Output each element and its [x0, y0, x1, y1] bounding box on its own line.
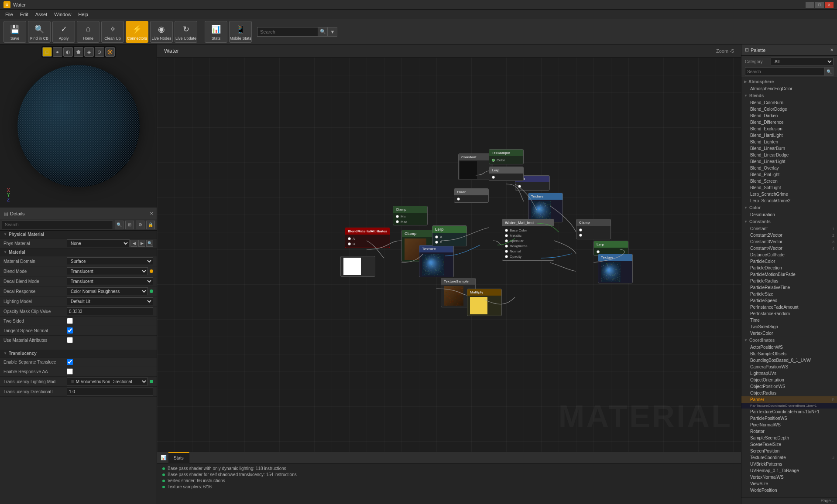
mat-node-texture2[interactable]: Texture [419, 245, 454, 277]
tree-item-samplescenedepth[interactable]: SampleSceneDepth [741, 435, 837, 441]
mat-node-upper1[interactable]: Constant [458, 153, 493, 180]
live-update-button[interactable]: ↻ Live Update [175, 21, 197, 43]
section-material[interactable]: ▼ Material [0, 249, 157, 256]
save-button[interactable]: 💾 Save [3, 21, 26, 43]
mat-node-blend[interactable]: BlendMaterialAttributes A B [345, 228, 390, 248]
preview-btn-cylinder[interactable]: ◈ [84, 47, 94, 57]
menu-edit[interactable]: Edit [17, 10, 32, 19]
tree-item-lightmapuvs[interactable]: LightmapUVs [741, 370, 837, 377]
tree-item-particlerelativetime[interactable]: ParticleRelativeTime [741, 284, 837, 291]
tree-item-objectpositionws[interactable]: ObjectPositionWS [741, 383, 837, 390]
stats-button[interactable]: 📊 Stats [205, 21, 227, 43]
section-translucency[interactable]: ▼ Translucency [0, 350, 157, 358]
tree-item-perinstancefade[interactable]: PerInstanceFadeAmount [741, 304, 837, 310]
tree-item-blend-lighten[interactable]: Blend_Lighten [741, 139, 837, 145]
use-material-attributes-checkbox[interactable] [67, 337, 73, 343]
tree-item-time[interactable]: Time [741, 317, 837, 324]
lighting-model-select[interactable]: Default Lit [67, 297, 153, 305]
tree-item-lerp-scratchgrime[interactable]: Lerp_ScratchGrime [741, 191, 837, 198]
close-button[interactable]: ✕ [825, 2, 834, 8]
tree-category-atmosphere[interactable]: ▶ Atmosphere [741, 78, 837, 85]
tree-item-viewsize[interactable]: ViewSize [741, 480, 837, 487]
mat-node-white[interactable] [340, 256, 375, 277]
tree-category-color[interactable]: ▼ Color [741, 204, 837, 211]
tree-item-blend-overlay[interactable]: Blend_Overlay [741, 165, 837, 171]
mat-node-misc2[interactable]: Clamp Min Max [393, 206, 428, 225]
tree-item-twosidedsign[interactable]: TwoSidedSign [741, 324, 837, 330]
menu-window[interactable]: Window [51, 10, 75, 19]
tree-item-particlecolor[interactable]: ParticleColor [741, 258, 837, 265]
menu-asset[interactable]: Asset [32, 10, 51, 19]
tree-item-pixelnormalws[interactable]: PixelNormalWS [741, 422, 837, 428]
enable-responsive-aa-checkbox[interactable] [67, 368, 73, 375]
connectors-button[interactable]: ⚡ Connectors [126, 21, 148, 43]
mat-node-right2[interactable]: Texture [528, 193, 563, 222]
tree-item-uvremap[interactable]: UVRemap_0-1_ToRange [741, 467, 837, 474]
decal-blend-mode-select[interactable]: Translucent [67, 277, 153, 285]
mat-node-misc3[interactable]: Lerp [489, 167, 524, 181]
tree-category-coordinates[interactable]: ▼ Coordinates [741, 337, 837, 344]
search-dropdown-button[interactable]: ▼ [328, 27, 337, 37]
tree-item-screenposition[interactable]: ScreenPosition [741, 448, 837, 454]
two-sided-checkbox[interactable] [67, 318, 73, 324]
canvas-viewport[interactable]: MATERIAL BlendMaterialAttributes A B Cla… [157, 58, 741, 452]
tree-item-blursampleoffsets[interactable]: BlurSampleOffsets [741, 351, 837, 357]
tree-item-blend-softlight[interactable]: Blend_SoftLight [741, 184, 837, 191]
maximize-button[interactable]: □ [815, 2, 824, 8]
palette-search-button[interactable]: 🔍 [825, 67, 834, 76]
tree-item-panner[interactable]: Panner P [741, 396, 837, 403]
tree-item-actorpositionws[interactable]: ActorPositionWS [741, 344, 837, 351]
preview-btn-plane[interactable]: □ [42, 47, 52, 57]
phys-material-next-button[interactable]: ▶ [138, 240, 145, 247]
tree-item-particlemotionblur[interactable]: ParticleMotionBlurFade [741, 271, 837, 278]
tree-item-blend-colordodge[interactable]: Blend_ColorDodge [741, 106, 837, 112]
tree-item-texturecoordinate[interactable]: TextureCoordinate U [741, 454, 837, 461]
translucency-lighting-model-select[interactable]: TLM Volumetric Non Directional [67, 378, 148, 385]
menu-file[interactable]: File [2, 10, 17, 19]
tree-item-blend-hardlight[interactable]: Blend_HardLight [741, 132, 837, 139]
live-nodes-button[interactable]: ◉ Live Nodes [150, 21, 173, 43]
tree-item-particledirection[interactable]: ParticleDirection [741, 265, 837, 271]
tree-item-particlepositionws[interactable]: ParticlePositionWS [741, 415, 837, 422]
tree-item-cameraposws[interactable]: CameraPositionWS [741, 364, 837, 370]
phys-material-prev-button[interactable]: ◀ [130, 240, 137, 247]
tree-item-particlesize[interactable]: ParticleSize [741, 291, 837, 297]
tree-category-blends[interactable]: ▼ Blends [741, 92, 837, 99]
mobile-stats-button[interactable]: 📱 Mobile Stats [229, 21, 252, 43]
enable-separate-translucency-checkbox[interactable] [67, 359, 73, 365]
mat-node-lerp[interactable]: Lerp A B [432, 225, 467, 246]
tree-item-blend-exclusion[interactable]: Blend_Exclusion [741, 126, 837, 132]
tree-item-constant2[interactable]: Constant2Vector 2 [741, 232, 837, 238]
tree-item-distancecullfade[interactable]: DistanceCullFade [741, 252, 837, 258]
section-physical-material[interactable]: ▼ Physical Material [0, 231, 157, 238]
mat-node-upper2[interactable]: TexSample Color [489, 149, 524, 164]
tree-item-constant4[interactable]: Constant4Vector 4 [741, 245, 837, 252]
apply-button[interactable]: ✓ Apply [52, 21, 75, 43]
tree-item-rotator[interactable]: Rotator [741, 428, 837, 435]
tree-item-perinstancerandom[interactable]: PerInstanceRandom [741, 310, 837, 317]
tree-item-blend-lineardodge[interactable]: Blend_LinearDodge [741, 152, 837, 158]
details-options-button[interactable]: ⚙ [136, 221, 144, 229]
tree-item-vertexnormalws[interactable]: VertexNormalWS [741, 474, 837, 480]
cleanup-button[interactable]: ✧ Clean Up [101, 21, 124, 43]
phys-material-select[interactable]: None [67, 239, 130, 247]
search-input[interactable] [257, 27, 318, 37]
material-domain-select[interactable]: Surface [67, 257, 153, 265]
find-in-cb-button[interactable]: 🔍 Find in CB [28, 21, 51, 43]
tree-item-blend-darken[interactable]: Blend_Darken [741, 112, 837, 119]
tree-item-particleradius[interactable]: ParticleRadius [741, 278, 837, 284]
tree-item-bbuvw[interactable]: BoundingBoxBased_0_1_UVW [741, 357, 837, 364]
translucency-directional-input[interactable] [67, 388, 153, 395]
preview-btn-light[interactable]: 🔆 [105, 47, 115, 57]
mat-node-main-output[interactable]: Water_Mat_Inst Base Color Metallic Specu… [502, 219, 554, 261]
tree-item-worldposition[interactable]: WorldPosition [741, 487, 837, 494]
tree-item-lerp-scratchgrime2[interactable]: Lerp_ScratchGrime2 [741, 198, 837, 204]
details-search-input[interactable] [2, 221, 113, 229]
tree-item-objectorientation[interactable]: ObjectOrientation [741, 377, 837, 383]
tree-item-constant[interactable]: Constant 1 [741, 225, 837, 232]
preview-btn-circle[interactable]: ⊙ [95, 47, 104, 57]
mat-node-farright3[interactable]: Texture [598, 254, 633, 283]
tree-item-atmosphericfogcolor[interactable]: AtmosphericFogColor [741, 85, 837, 92]
home-button[interactable]: ⌂ Home [77, 21, 99, 43]
details-close-button[interactable]: ✕ [150, 211, 153, 216]
